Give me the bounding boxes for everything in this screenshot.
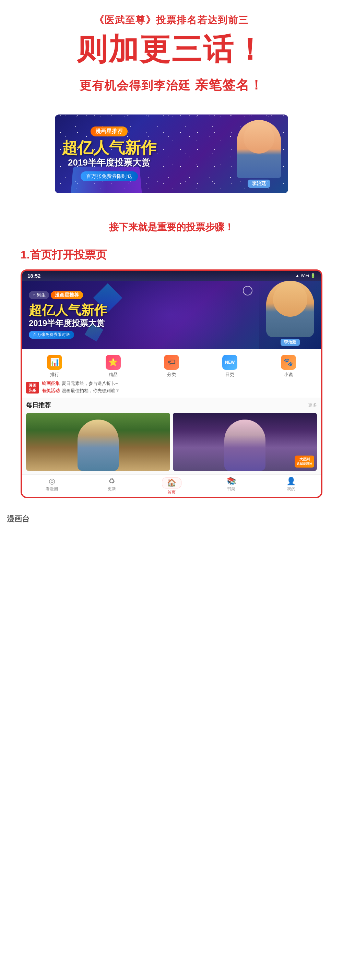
home-active-bg: 🏠	[162, 477, 182, 488]
bottom-nav-label-update: 更新	[108, 486, 116, 492]
status-time: 18:52	[27, 273, 40, 279]
phone-banner-title-sub: 2019半年度投票大赏	[29, 318, 314, 329]
home-icon: 🏠	[167, 479, 176, 487]
phone-banner-badge: 漫画星推荐	[51, 291, 83, 299]
bottom-nav-label-profile: 我的	[287, 486, 295, 492]
comic-overlay-badge: 大星到这就是邪神	[295, 455, 314, 468]
banner-badge: 漫画星推荐	[91, 126, 128, 137]
phone-gender-badge: ♂ 男生	[29, 291, 49, 299]
news-label-2: 头条	[29, 388, 37, 393]
battery-icon: 🔋	[310, 273, 316, 278]
novel-icon: 🐾	[281, 355, 296, 370]
daily-title: 每日推荐	[26, 401, 51, 409]
nav-item-daily[interactable]: NEW 日更	[222, 355, 237, 378]
daily-more[interactable]: 更多	[308, 402, 317, 408]
profile-icon: 👤	[286, 477, 296, 485]
news-item-2-text: 漫画最佳拍档，你先想到谁？	[62, 388, 120, 394]
sign-line: 更有机会得到李治廷 亲笔签名！	[21, 76, 322, 94]
news-item-1-text: 夏日元素绘，参与送八折卡~	[62, 380, 118, 387]
nav-icon-category-wrapper: 🏷	[164, 355, 179, 370]
bookshelf-icon: 📚	[227, 477, 236, 485]
phone-banner-coupon: 百万张免费券限时送	[29, 331, 74, 339]
news-item-1-tag: 绘画征集	[42, 380, 60, 387]
nav-label-novel: 小说	[284, 372, 293, 378]
category-icon-tag: 🏷	[168, 358, 175, 367]
subtitle-line: 《医武至尊》投票排名若达到前三	[21, 14, 322, 27]
nav-label-quality: 精品	[109, 372, 118, 378]
comic-char-1	[78, 420, 119, 471]
bottom-nav-label-comics-circle: 看漫圈	[46, 486, 58, 492]
nav-icon-quality-wrapper: ⭐	[106, 355, 121, 370]
comic-thumb-2[interactable]: 大星到这就是邪神	[173, 413, 317, 471]
banner-person-name: 李治廷	[248, 180, 270, 188]
ranking-icon: 📊	[47, 355, 62, 370]
update-icon: ♻	[108, 477, 115, 485]
nav-icon-daily-wrapper: NEW	[222, 355, 237, 370]
news-label: 漫画 头条	[26, 382, 39, 394]
phone-banner-content: ♂ 男生 漫画星推荐 超亿人气新作 2019半年度投票大赏 百万张免费券限时送	[22, 286, 321, 344]
phone-status-bar: 18:52 ▲ WiFi 🔋	[22, 271, 321, 281]
news-items: 绘画征集 夏日元素绘，参与送八折卡~ 有奖活动 漫画最佳拍档，你先想到谁？	[42, 380, 317, 395]
quality-icon: ⭐	[106, 355, 121, 370]
category-icon: 🏷	[164, 355, 179, 370]
daily-comics-row: 大星到这就是邪神	[26, 413, 317, 471]
phone-bottom-nav: ◎ 看漫圈 ♻ 更新 🏠 首页 📚 书架	[22, 474, 321, 497]
banner-person: 李治廷	[237, 120, 281, 188]
phone-news-ticker: 漫画 头条 绘画征集 夏日元素绘，参与送八折卡~ 有奖活动 漫画最佳拍档，你先想…	[22, 380, 321, 398]
bottom-nav-comics-circle[interactable]: ◎ 看漫圈	[22, 477, 81, 495]
phone-banner[interactable]: ♂ 男生 漫画星推荐 超亿人气新作 2019半年度投票大赏 百万张免费券限时送 …	[22, 281, 321, 349]
bottom-nav-bookshelf[interactable]: 📚 书架	[201, 477, 261, 495]
step1-title: 1.首页打开投票页	[21, 248, 322, 262]
nav-item-ranking[interactable]: 📊 排行	[47, 355, 62, 378]
bottom-nav-update[interactable]: ♻ 更新	[81, 477, 141, 495]
comic-badge-sub: 这就是邪神	[297, 462, 312, 466]
news-item-2[interactable]: 有奖活动 漫画最佳拍档，你先想到谁？	[42, 388, 317, 394]
nav-item-novel[interactable]: 🐾 小说	[281, 355, 296, 378]
ranking-icon-bar: 📊	[50, 358, 59, 367]
top-section: 《医武至尊》投票排名若达到前三 则加更三话！ 更有机会得到李治廷 亲笔签名！ 漫…	[0, 0, 343, 221]
news-label-1: 漫画	[29, 383, 37, 388]
daily-new-badge: NEW	[225, 360, 235, 365]
banner-free-coupon: 百万张免费券限时送	[81, 172, 138, 181]
phone-nav-icons: 📊 排行 ⭐ 精品 🏷	[22, 349, 321, 380]
step-section: 接下来就是重要的投票步骤！ 1.首页打开投票页 18:52 ▲ WiFi 🔋	[0, 221, 343, 508]
nav-icon-novel-wrapper: 🐾	[281, 355, 296, 370]
daily-header: 每日推荐 更多	[26, 401, 317, 409]
nav-label-daily: 日更	[225, 372, 234, 378]
page-wrapper: 《医武至尊》投票排名若达到前三 则加更三话！ 更有机会得到李治廷 亲笔签名！ 漫…	[0, 0, 343, 528]
bottom-nav-home[interactable]: 🏠 首页	[142, 477, 201, 495]
banner-person-face	[237, 120, 281, 178]
nav-label-ranking: 排行	[50, 372, 59, 378]
signal-icon: ▲	[295, 273, 300, 278]
phone-mockup: 18:52 ▲ WiFi 🔋 ♂ 男生 漫画星推荐 超亿人气新作 2019半年度…	[21, 269, 322, 498]
news-item-1[interactable]: 绘画征集 夏日元素绘，参与送八折卡~	[42, 380, 317, 387]
nav-icon-ranking-wrapper: 📊	[47, 355, 62, 370]
banner-left-content: 漫画星推荐 超亿人气新作 2019半年度投票大赏 百万张免费券限时送	[62, 126, 156, 181]
daily-icon: NEW	[222, 355, 237, 370]
footer-label: 漫画台	[0, 508, 343, 528]
status-icons: ▲ WiFi 🔋	[295, 273, 316, 278]
main-title: 则加更三话！	[21, 33, 322, 66]
sign-label: 亲笔签名！	[195, 78, 263, 92]
bottom-nav-profile[interactable]: 👤 我的	[262, 477, 321, 495]
comics-circle-icon: ◎	[49, 477, 55, 485]
phone-banner-title-big: 超亿人气新作	[29, 303, 314, 318]
nav-label-category: 分类	[167, 372, 176, 378]
sign-text-1: 更有机会得到李治廷	[80, 79, 191, 92]
bottom-nav-label-bookshelf: 书架	[227, 486, 235, 492]
banner-title-sub: 2019半年度投票大赏	[62, 157, 156, 169]
bottom-nav-label-home: 首页	[168, 490, 175, 495]
daily-section: 每日推荐 更多 大星到这就是邪神	[22, 398, 321, 474]
comic-char-2	[224, 420, 265, 471]
step-intro-text: 接下来就是重要的投票步骤！	[21, 221, 322, 234]
news-item-2-tag: 有奖活动	[42, 388, 60, 394]
novel-icon-paw: 🐾	[284, 358, 293, 367]
banner-title-big: 超亿人气新作	[62, 139, 156, 157]
step-intro-label: 接下来就是重要的投票步骤！	[109, 222, 234, 232]
quality-icon-star: ⭐	[108, 358, 118, 367]
nav-item-category[interactable]: 🏷 分类	[164, 355, 179, 378]
comic-thumb-1[interactable]	[26, 413, 170, 471]
promo-banner: 漫画星推荐 超亿人气新作 2019半年度投票大赏 百万张免费券限时送 李治廷	[55, 115, 288, 193]
nav-item-quality[interactable]: ⭐ 精品	[106, 355, 121, 378]
wifi-icon: WiFi	[301, 273, 309, 278]
